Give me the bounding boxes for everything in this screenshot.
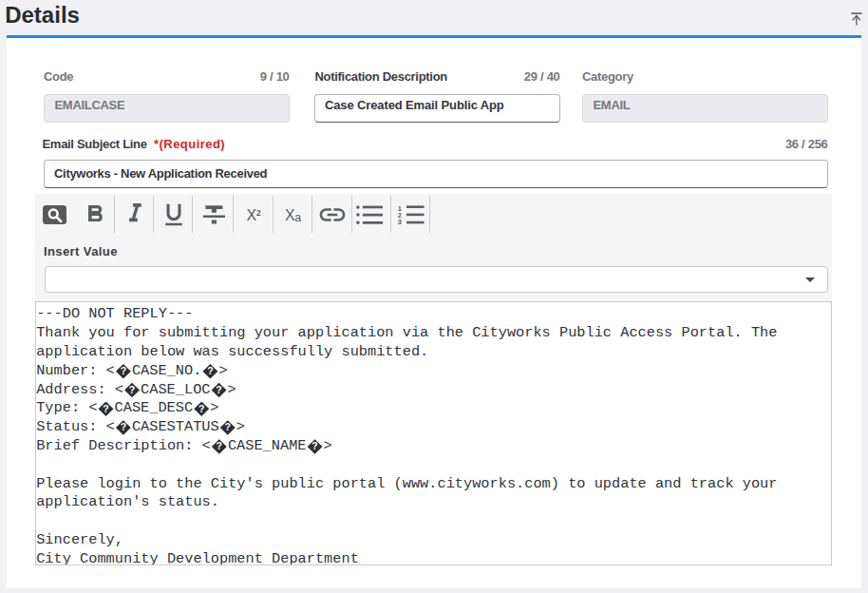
svg-text:3: 3: [397, 218, 401, 226]
